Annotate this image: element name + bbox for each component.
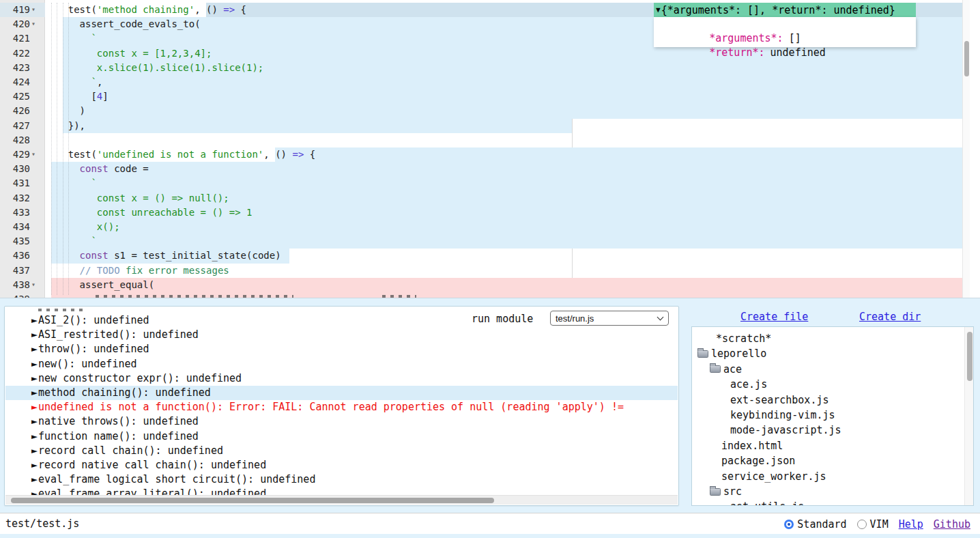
code-token: `	[91, 236, 96, 246]
code-line[interactable]: `,	[45, 75, 102, 89]
tree-folder[interactable]: leporello	[697, 346, 766, 361]
code-line[interactable]: `	[45, 31, 97, 46]
code-line[interactable]: test('method chaining', () => {	[45, 3, 246, 17]
call-result-row[interactable]: ►function name(): undefined	[5, 429, 678, 444]
row-expand-icon[interactable]: ►	[31, 444, 38, 457]
output-horizontal-scrollbar[interactable]	[5, 495, 678, 505]
line-highlight	[63, 104, 962, 118]
code-line[interactable]: const x = () => null();	[45, 191, 229, 206]
code-line[interactable]: assert_code_evals_to(	[45, 17, 201, 31]
fold-arrow-icon[interactable]: ▾	[31, 147, 42, 162]
call-result-row[interactable]: ►new(): undefined	[5, 357, 678, 371]
editor-scrollbar[interactable]	[962, 0, 970, 298]
tree-file[interactable]: keybinding-vim.js	[730, 408, 835, 423]
line-number: 435	[0, 234, 30, 249]
code-line[interactable]: [4]	[45, 89, 109, 104]
code-line[interactable]: assert_equal(	[45, 278, 154, 292]
tree-item-label: package.json	[721, 453, 795, 468]
tooltip-entry-key: *return*:	[709, 46, 764, 59]
tree-folder[interactable]: src	[710, 484, 742, 499]
tree-file[interactable]: *scratch*	[716, 331, 771, 346]
tree-folder[interactable]: ace	[710, 362, 742, 377]
line-number: 422	[0, 46, 30, 61]
tree-file[interactable]: package.json	[721, 453, 795, 468]
code-line[interactable]: const unreachable = () => 1	[45, 206, 252, 220]
create-dir-button[interactable]: Create dir	[859, 311, 921, 323]
code-token: assert_equal(	[45, 279, 154, 290]
row-expand-icon[interactable]: ►	[31, 343, 38, 355]
code-editor[interactable]: test('method chaining', () => { assert_c…	[0, 0, 980, 298]
tree-item-label: ext-searchbox.js	[730, 393, 829, 408]
tooltip-entry[interactable]: *arguments*:[]	[654, 17, 916, 31]
value-tooltip-header[interactable]: ▼{*arguments*: [], *return*: undefined}	[654, 3, 916, 17]
call-result-row[interactable]: ►throw(): undefined	[5, 342, 678, 356]
fold-arrow-icon[interactable]: ▾	[31, 17, 42, 31]
tree-item-label: ast_utils.js	[730, 499, 804, 506]
code-token: // TODO	[80, 265, 126, 276]
editor-gutter: 419▾420▾421422423424425426427428429▾4304…	[0, 0, 45, 298]
row-expand-icon[interactable]: ►	[31, 430, 38, 442]
mode-standard[interactable]: Standard	[784, 518, 846, 530]
call-result-label: native throws(): undefined	[38, 415, 199, 427]
file-tree-scrollbar-thumb[interactable]	[967, 332, 972, 381]
code-line[interactable]: x.slice(1).slice(1).slice(1);	[45, 61, 263, 75]
code-line[interactable]: x();	[45, 220, 120, 234]
code-token: ]	[102, 91, 108, 102]
code-line[interactable]: `	[45, 176, 97, 190]
tooltip-header-text: {*arguments*: [], *return*: undefined}	[661, 4, 895, 16]
call-result-row[interactable]: ►method chaining(): undefined	[5, 386, 678, 400]
tooltip-entry-value: []	[789, 32, 801, 44]
call-result-row[interactable]: ►record native call chain(): undefined	[5, 458, 678, 472]
call-result-row[interactable]: ►eval_frame logical short circuit(): und…	[5, 472, 678, 487]
code-line[interactable]: )	[45, 104, 85, 118]
code-token: const	[80, 250, 109, 261]
run-module-select[interactable]: test/run.js	[550, 311, 669, 326]
tree-file[interactable]: mode-javascript.js	[730, 423, 841, 438]
row-expand-icon[interactable]: ►	[31, 473, 38, 485]
code-line[interactable]: const code =	[45, 162, 149, 176]
line-highlight	[63, 89, 962, 104]
code-token: test(	[45, 149, 97, 160]
code-line[interactable]: const x = [1,2,3,4];	[45, 46, 212, 61]
call-result-row[interactable]: ►undefined is not a function(): Error: F…	[5, 400, 678, 414]
tree-file[interactable]: ast_utils.js	[730, 499, 804, 506]
github-link[interactable]: Github	[934, 518, 970, 530]
call-result-row[interactable]: ►ASI_restrited(): undefined	[5, 328, 678, 342]
radio-standard-icon[interactable]	[784, 520, 794, 529]
row-expand-icon[interactable]: ►	[31, 386, 38, 399]
code-line[interactable]: const s1 = test_initial_state(code)	[45, 249, 281, 263]
mode-vim[interactable]: VIM	[857, 518, 889, 530]
code-line[interactable]: }),	[45, 119, 85, 133]
call-result-label: eval_frame logical short circuit(): unde…	[38, 473, 315, 485]
row-expand-icon[interactable]: ►	[31, 358, 38, 370]
tree-file[interactable]: service_worker.js	[721, 469, 826, 484]
row-expand-icon[interactable]: ►	[31, 459, 38, 471]
fold-arrow-icon[interactable]: ▾	[31, 3, 42, 17]
row-expand-icon[interactable]: ►	[31, 372, 38, 384]
mode-standard-label: Standard	[797, 518, 846, 530]
output-scrollbar-thumb[interactable]	[11, 498, 494, 503]
tree-file[interactable]: ace.js	[730, 377, 767, 392]
call-result-row[interactable]: ►record call chain(): undefined	[5, 444, 678, 458]
row-expand-icon[interactable]: ►	[31, 328, 38, 341]
status-bar: test/test.js Standard VIM Help Github	[0, 513, 980, 534]
code-line[interactable]: // TODO fix error messages	[45, 264, 229, 278]
tree-file[interactable]: ext-searchbox.js	[730, 393, 829, 408]
code-line[interactable]: test('undefined is not a function', () =…	[45, 147, 315, 162]
fold-arrow-icon[interactable]: ▾	[31, 278, 42, 292]
editor-scrollbar-thumb[interactable]	[964, 41, 969, 76]
call-result-row[interactable]: ►native throws(): undefined	[5, 414, 678, 429]
file-tree-scrollbar[interactable]	[964, 327, 973, 505]
output-panel: ►ASI_2(): undefined►ASI_restrited(): und…	[4, 306, 679, 506]
code-line[interactable]: `	[45, 234, 97, 249]
row-expand-icon[interactable]: ►	[31, 415, 38, 427]
row-expand-icon[interactable]: ►	[31, 401, 38, 413]
line-number: 429	[0, 147, 30, 162]
help-link[interactable]: Help	[899, 518, 923, 530]
call-result-row[interactable]: ►new constructor expr(): undefined	[5, 371, 678, 386]
row-expand-icon[interactable]: ►	[31, 314, 38, 326]
create-file-button[interactable]: Create file	[740, 311, 808, 323]
tree-file[interactable]: index.html	[721, 438, 783, 453]
code-token	[45, 250, 80, 261]
radio-vim-icon[interactable]	[857, 520, 867, 529]
